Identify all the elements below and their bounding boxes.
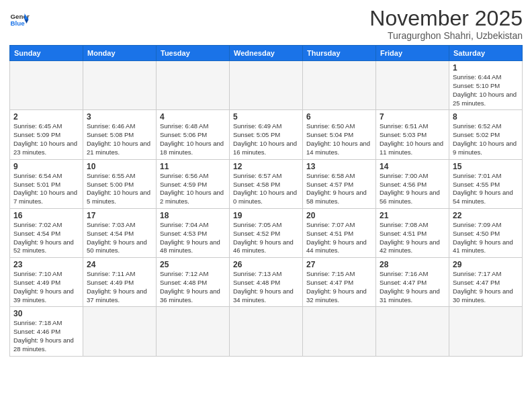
day-number: 7 — [380, 112, 445, 122]
day-info: Sunrise: 7:09 AM Sunset: 4:50 PM Dayligh… — [453, 221, 519, 255]
day-info: Sunrise: 7:05 AM Sunset: 4:52 PM Dayligh… — [233, 221, 299, 255]
day-number: 26 — [233, 260, 299, 269]
calendar-cell: 18Sunrise: 7:04 AM Sunset: 4:53 PM Dayli… — [157, 208, 230, 257]
calendar-week-3: 9Sunrise: 6:54 AM Sunset: 5:01 PM Daylig… — [10, 159, 523, 208]
day-number: 21 — [380, 211, 445, 220]
day-info: Sunrise: 7:12 AM Sunset: 4:48 PM Dayligh… — [160, 270, 226, 304]
day-info: Sunrise: 7:13 AM Sunset: 4:48 PM Dayligh… — [233, 270, 299, 304]
calendar-cell — [376, 307, 449, 356]
day-number: 27 — [306, 260, 372, 269]
calendar-cell: 29Sunrise: 7:17 AM Sunset: 4:47 PM Dayli… — [449, 258, 523, 307]
day-number: 15 — [453, 162, 519, 171]
day-info: Sunrise: 6:58 AM Sunset: 4:57 PM Dayligh… — [306, 172, 372, 206]
calendar-cell: 14Sunrise: 7:00 AM Sunset: 4:56 PM Dayli… — [376, 159, 449, 208]
day-number: 20 — [306, 211, 372, 220]
col-header-saturday: Saturday — [449, 46, 523, 61]
calendar-cell: 24Sunrise: 7:11 AM Sunset: 4:49 PM Dayli… — [83, 258, 157, 307]
calendar-cell: 4Sunrise: 6:48 AM Sunset: 5:06 PM Daylig… — [157, 110, 230, 159]
calendar-cell: 9Sunrise: 6:54 AM Sunset: 5:01 PM Daylig… — [10, 159, 83, 208]
calendar-cell — [83, 307, 157, 356]
calendar-cell: 26Sunrise: 7:13 AM Sunset: 4:48 PM Dayli… — [230, 258, 303, 307]
calendar-cell: 17Sunrise: 7:03 AM Sunset: 4:54 PM Dayli… — [83, 208, 157, 257]
calendar: SundayMondayTuesdayWednesdayThursdayFrid… — [9, 45, 523, 357]
day-number: 28 — [380, 260, 445, 269]
day-info: Sunrise: 6:52 AM Sunset: 5:02 PM Dayligh… — [453, 122, 519, 156]
day-number: 14 — [380, 162, 445, 171]
calendar-cell: 13Sunrise: 6:58 AM Sunset: 4:57 PM Dayli… — [303, 159, 376, 208]
calendar-cell — [376, 61, 449, 110]
col-header-monday: Monday — [83, 46, 157, 61]
day-number: 10 — [87, 162, 152, 171]
day-number: 1 — [453, 63, 519, 73]
calendar-cell: 19Sunrise: 7:05 AM Sunset: 4:52 PM Dayli… — [230, 208, 303, 257]
location: Turagurghon Shahri, Uzbekistan — [369, 30, 523, 41]
day-info: Sunrise: 6:55 AM Sunset: 5:00 PM Dayligh… — [87, 172, 152, 206]
day-number: 4 — [160, 112, 226, 122]
calendar-cell — [157, 307, 230, 356]
day-number: 16 — [13, 211, 79, 220]
day-number: 6 — [306, 112, 372, 122]
calendar-cell — [230, 61, 303, 110]
day-number: 18 — [160, 211, 226, 220]
calendar-cell: 28Sunrise: 7:16 AM Sunset: 4:47 PM Dayli… — [376, 258, 449, 307]
day-number: 17 — [87, 211, 152, 220]
day-info: Sunrise: 7:10 AM Sunset: 4:49 PM Dayligh… — [13, 270, 79, 304]
day-info: Sunrise: 6:56 AM Sunset: 4:59 PM Dayligh… — [160, 172, 226, 206]
calendar-cell — [303, 61, 376, 110]
calendar-cell: 3Sunrise: 6:46 AM Sunset: 5:08 PM Daylig… — [83, 110, 157, 159]
calendar-cell: 1Sunrise: 6:44 AM Sunset: 5:10 PM Daylig… — [449, 61, 523, 110]
col-header-thursday: Thursday — [303, 46, 376, 61]
calendar-cell: 22Sunrise: 7:09 AM Sunset: 4:50 PM Dayli… — [449, 208, 523, 257]
calendar-cell — [157, 61, 230, 110]
calendar-cell: 21Sunrise: 7:08 AM Sunset: 4:51 PM Dayli… — [376, 208, 449, 257]
day-number: 30 — [13, 309, 79, 318]
day-number: 12 — [233, 162, 299, 171]
month-title: November 2025 — [369, 7, 523, 30]
header: General Blue November 2025 Turagurghon S… — [9, 7, 523, 41]
day-number: 24 — [87, 260, 152, 269]
day-number: 25 — [160, 260, 226, 269]
day-info: Sunrise: 6:46 AM Sunset: 5:08 PM Dayligh… — [87, 122, 152, 156]
day-info: Sunrise: 6:50 AM Sunset: 5:04 PM Dayligh… — [306, 122, 372, 156]
col-header-friday: Friday — [376, 46, 449, 61]
calendar-cell: 11Sunrise: 6:56 AM Sunset: 4:59 PM Dayli… — [157, 159, 230, 208]
calendar-week-1: 1Sunrise: 6:44 AM Sunset: 5:10 PM Daylig… — [10, 61, 523, 110]
day-number: 23 — [13, 260, 79, 269]
calendar-header-row: SundayMondayTuesdayWednesdayThursdayFrid… — [10, 46, 523, 61]
calendar-cell: 16Sunrise: 7:02 AM Sunset: 4:54 PM Dayli… — [10, 208, 83, 257]
col-header-wednesday: Wednesday — [230, 46, 303, 61]
calendar-cell: 23Sunrise: 7:10 AM Sunset: 4:49 PM Dayli… — [10, 258, 83, 307]
calendar-cell — [303, 307, 376, 356]
calendar-cell: 20Sunrise: 7:07 AM Sunset: 4:51 PM Dayli… — [303, 208, 376, 257]
calendar-week-6: 30Sunrise: 7:18 AM Sunset: 4:46 PM Dayli… — [10, 307, 523, 356]
day-info: Sunrise: 7:08 AM Sunset: 4:51 PM Dayligh… — [380, 221, 445, 255]
calendar-cell — [10, 61, 83, 110]
day-info: Sunrise: 7:03 AM Sunset: 4:54 PM Dayligh… — [87, 221, 152, 255]
day-info: Sunrise: 7:01 AM Sunset: 4:55 PM Dayligh… — [453, 172, 519, 206]
calendar-week-4: 16Sunrise: 7:02 AM Sunset: 4:54 PM Dayli… — [10, 208, 523, 257]
day-number: 5 — [233, 112, 299, 122]
day-number: 8 — [453, 112, 519, 122]
svg-text:Blue: Blue — [11, 19, 26, 27]
calendar-week-2: 2Sunrise: 6:45 AM Sunset: 5:09 PM Daylig… — [10, 110, 523, 159]
day-info: Sunrise: 7:16 AM Sunset: 4:47 PM Dayligh… — [380, 270, 445, 304]
day-info: Sunrise: 7:18 AM Sunset: 4:46 PM Dayligh… — [13, 319, 79, 353]
day-number: 2 — [13, 112, 79, 122]
logo-icon: General Blue — [9, 9, 30, 30]
day-number: 22 — [453, 211, 519, 220]
day-info: Sunrise: 6:44 AM Sunset: 5:10 PM Dayligh… — [453, 73, 519, 107]
day-number: 3 — [87, 112, 152, 122]
calendar-cell: 5Sunrise: 6:49 AM Sunset: 5:05 PM Daylig… — [230, 110, 303, 159]
col-header-tuesday: Tuesday — [157, 46, 230, 61]
day-info: Sunrise: 7:07 AM Sunset: 4:51 PM Dayligh… — [306, 221, 372, 255]
day-info: Sunrise: 7:17 AM Sunset: 4:47 PM Dayligh… — [453, 270, 519, 304]
svg-marker-3 — [25, 19, 29, 24]
day-number: 11 — [160, 162, 226, 171]
day-info: Sunrise: 6:45 AM Sunset: 5:09 PM Dayligh… — [13, 122, 79, 156]
day-info: Sunrise: 6:49 AM Sunset: 5:05 PM Dayligh… — [233, 122, 299, 156]
calendar-cell — [230, 307, 303, 356]
title-area: November 2025 Turagurghon Shahri, Uzbeki… — [369, 7, 523, 41]
calendar-cell: 7Sunrise: 6:51 AM Sunset: 5:03 PM Daylig… — [376, 110, 449, 159]
day-info: Sunrise: 7:15 AM Sunset: 4:47 PM Dayligh… — [306, 270, 372, 304]
calendar-cell: 12Sunrise: 6:57 AM Sunset: 4:58 PM Dayli… — [230, 159, 303, 208]
